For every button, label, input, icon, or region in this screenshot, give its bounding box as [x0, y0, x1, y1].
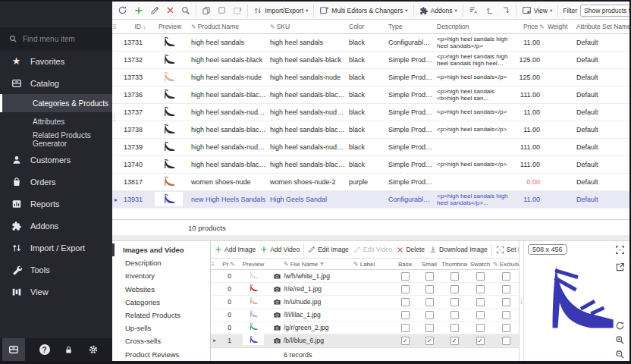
- small-checkbox[interactable]: [417, 311, 441, 319]
- sidebar-item-related-products-generator[interactable]: Related Products Generator: [0, 130, 112, 149]
- sidebar-item-reports[interactable]: Reports: [0, 193, 112, 215]
- addons-menu[interactable]: Addons ▾: [416, 5, 460, 17]
- checkbox[interactable]: [425, 272, 434, 281]
- checkbox[interactable]: [476, 311, 485, 319]
- image-row[interactable]: 0 /r/e/red_1.jpg: [211, 283, 519, 296]
- detail-tab[interactable]: Up-sells: [112, 322, 210, 334]
- small-checkbox[interactable]: [417, 285, 441, 293]
- panel-splitter-handle[interactable]: ⋮: [111, 115, 118, 121]
- swatch-checkbox[interactable]: [467, 324, 493, 332]
- checkbox[interactable]: [425, 324, 434, 332]
- exclude-checkbox[interactable]: [493, 324, 519, 332]
- collapse-tree-button[interactable]: [498, 5, 513, 17]
- column-header-sku[interactable]: ✎SKU: [270, 23, 349, 30]
- small-checkbox[interactable]: [417, 324, 441, 332]
- checkbox[interactable]: [476, 337, 485, 345]
- column-header-preview[interactable]: Preview: [149, 23, 191, 30]
- checkbox[interactable]: [450, 285, 459, 293]
- checkbox[interactable]: [401, 285, 410, 293]
- detail-tab[interactable]: Websites: [112, 283, 210, 296]
- checkbox[interactable]: [450, 311, 459, 319]
- checkbox[interactable]: [450, 337, 459, 345]
- detail-tab[interactable]: Product Reviews: [112, 348, 210, 361]
- table-row[interactable]: 13738 high heel sandals-black-37 high he…: [112, 121, 629, 139]
- thumbnail-checkbox[interactable]: [441, 272, 467, 281]
- checkbox[interactable]: [450, 272, 459, 281]
- delete-product-button[interactable]: [163, 5, 177, 16]
- checkbox[interactable]: [476, 298, 485, 306]
- multi-editors-menu[interactable]: Multi Editors & Changers ▾: [316, 4, 410, 17]
- column-header-position[interactable]: Pr✎: [218, 261, 237, 268]
- small-checkbox[interactable]: [417, 272, 441, 281]
- checkbox[interactable]: [401, 324, 410, 332]
- edit-product-button[interactable]: [147, 5, 162, 17]
- search-button[interactable]: [178, 5, 193, 17]
- image-row[interactable]: ▸ 1 /b/l/blue_6.jpg: [211, 334, 519, 347]
- table-row[interactable]: 13739 high heel sandals-nude-37 high hee…: [112, 139, 629, 156]
- fit-screen-icon[interactable]: [615, 245, 625, 255]
- column-header-attribute-set[interactable]: Attribute Set Name: [576, 23, 631, 30]
- image-row[interactable]: 0 /g/r/green_2.jpg: [211, 322, 519, 334]
- lock-icon[interactable]: [64, 345, 74, 355]
- set-resize-rule-button[interactable]: Set Resize Rule: [494, 244, 519, 256]
- checkbox[interactable]: [502, 272, 510, 281]
- menu-search-input[interactable]: [23, 35, 103, 43]
- checkbox[interactable]: [502, 311, 510, 319]
- checkbox[interactable]: [476, 272, 485, 281]
- exclude-checkbox[interactable]: [493, 298, 519, 306]
- column-header-exclude[interactable]: ✎Exclude: [493, 261, 519, 268]
- table-row[interactable]: 13737 high heel sandals-nude-36 high hee…: [112, 104, 629, 121]
- checkbox[interactable]: [401, 311, 410, 319]
- edit-image-button[interactable]: Edit Image: [306, 244, 351, 255]
- small-checkbox[interactable]: [417, 298, 441, 306]
- column-header-swatch[interactable]: Swatch: [467, 261, 493, 268]
- view-menu[interactable]: View ▾: [519, 4, 556, 17]
- thumbnail-checkbox[interactable]: [441, 337, 467, 345]
- sort-columns-button[interactable]: A: [466, 4, 482, 17]
- sidebar-item-favorites[interactable]: ★ Favorites: [0, 50, 112, 72]
- category-filter-select[interactable]: Show products from selected categories ▾: [580, 5, 629, 17]
- zoom-in-icon[interactable]: [615, 335, 625, 345]
- column-header-base[interactable]: Base: [393, 261, 417, 268]
- thumbnail-checkbox[interactable]: [441, 298, 467, 306]
- swatch-checkbox[interactable]: [467, 337, 493, 345]
- store-manager-button[interactable]: [2, 338, 25, 361]
- rotate-icon[interactable]: [615, 321, 625, 331]
- import-export-menu[interactable]: Import/Export ▾: [250, 5, 311, 17]
- image-row[interactable]: 0 /n/u/nude.jpg: [211, 296, 519, 309]
- checkbox[interactable]: [425, 337, 434, 345]
- checkbox[interactable]: [502, 285, 510, 293]
- detail-tab[interactable]: Cross-sells: [112, 334, 210, 347]
- swatch-checkbox[interactable]: [467, 272, 493, 281]
- sidebar-item-catalog[interactable]: Catalog: [0, 72, 112, 94]
- detail-tab[interactable]: Categories: [112, 296, 210, 309]
- checkbox[interactable]: [401, 272, 410, 281]
- zoom-out-icon[interactable]: [615, 350, 625, 359]
- thumbnail-checkbox[interactable]: [441, 285, 467, 293]
- add-image-button[interactable]: Add Image: [212, 244, 258, 255]
- table-row[interactable]: ▸ 13931 new High Heels Sandals High Geel…: [112, 191, 629, 209]
- checkbox[interactable]: [502, 324, 510, 332]
- sidebar-item-addons[interactable]: Addons: [0, 215, 112, 237]
- sidebar-item-view[interactable]: View: [0, 281, 112, 303]
- table-row[interactable]: 13736 high heel sandals-black-36 high he…: [112, 86, 629, 104]
- checkbox[interactable]: [401, 298, 410, 306]
- horizontal-splitter[interactable]: [112, 235, 629, 241]
- column-header-description[interactable]: Description: [437, 23, 513, 30]
- checkbox[interactable]: [502, 298, 510, 306]
- sidebar-item-categories-products[interactable]: Categories & Products: [0, 94, 112, 112]
- swatch-checkbox[interactable]: [467, 298, 493, 306]
- table-row[interactable]: 13731 high heel sandals high heel sandal…: [112, 34, 629, 52]
- base-checkbox[interactable]: [393, 324, 417, 332]
- delete-image-button[interactable]: Delete: [394, 244, 427, 255]
- sidebar-item-attributes[interactable]: Attributes: [0, 112, 112, 130]
- sidebar-item-orders[interactable]: Orders: [0, 171, 112, 193]
- paste-special-button[interactable]: [230, 5, 245, 17]
- thumbnail-checkbox[interactable]: [441, 324, 467, 332]
- column-header-label[interactable]: ✎Label: [353, 261, 393, 268]
- checkbox[interactable]: [401, 337, 410, 345]
- exclude-checkbox[interactable]: [493, 285, 519, 293]
- detail-tab[interactable]: Related Products: [112, 309, 210, 322]
- thumbnail-checkbox[interactable]: [441, 311, 467, 319]
- checkbox-toggle-button[interactable]: [215, 5, 229, 16]
